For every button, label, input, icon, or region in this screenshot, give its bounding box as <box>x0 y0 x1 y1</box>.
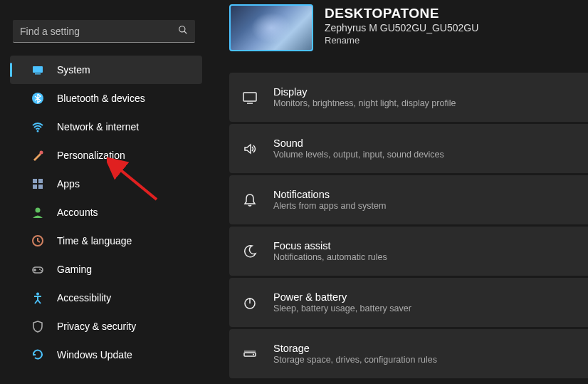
row-title: Power & battery <box>273 291 588 303</box>
device-name: DESKTOPATONE <box>325 6 478 21</box>
row-desc: Alerts from apps and system <box>273 201 588 211</box>
storage-icon <box>242 346 258 362</box>
svg-rect-10 <box>38 185 43 189</box>
nav-item-gaming[interactable]: Gaming <box>10 255 202 284</box>
row-title: Notifications <box>273 189 588 200</box>
svg-point-6 <box>40 151 43 155</box>
power-icon <box>242 295 258 311</box>
settings-row-display[interactable]: DisplayMonitors, brightness, night light… <box>229 73 588 122</box>
nav-label: Accounts <box>57 207 98 218</box>
svg-rect-9 <box>33 185 37 189</box>
bluetooth-icon <box>31 92 44 105</box>
apps-icon <box>31 177 44 190</box>
nav-item-privacy-security[interactable]: Privacy & security <box>10 312 202 341</box>
svg-rect-7 <box>33 179 37 183</box>
moon-icon <box>242 244 258 259</box>
main-panel: DESKTOPATONE Zephyrus M GU502GU_GU502GU … <box>229 4 588 384</box>
nav-label: Network & internet <box>57 121 139 133</box>
svg-point-16 <box>36 293 39 296</box>
settings-row-focus-assist[interactable]: Focus assistNotifications, automatic rul… <box>229 227 588 276</box>
search-box[interactable] <box>13 20 195 43</box>
settings-row-power-battery[interactable]: Power & batterySleep, battery usage, bat… <box>229 278 588 327</box>
nav-item-apps[interactable]: Apps <box>10 170 202 198</box>
rename-link[interactable]: Rename <box>325 35 478 46</box>
row-desc: Monitors, brightness, night light, displ… <box>273 98 588 108</box>
sidebar: SystemBluetooth & devicesNetwork & inter… <box>0 0 208 384</box>
wifi-icon <box>31 120 44 133</box>
row-title: Sound <box>273 137 588 149</box>
sound-icon <box>242 141 258 157</box>
row-text: StorageStorage space, drives, configurat… <box>273 343 588 365</box>
row-text: SoundVolume levels, output, input, sound… <box>273 137 588 160</box>
svg-point-15 <box>41 270 42 271</box>
nav-label: Time & language <box>57 235 132 247</box>
nav-label: Accessibility <box>57 292 111 303</box>
person-icon <box>31 206 44 219</box>
nav-label: Personalization <box>57 150 125 161</box>
row-title: Focus assist <box>273 240 588 251</box>
nav-label: Windows Update <box>57 349 132 360</box>
nav-item-accounts[interactable]: Accounts <box>10 198 202 227</box>
svg-rect-3 <box>35 73 41 75</box>
svg-point-0 <box>179 26 185 32</box>
search-input[interactable] <box>20 26 178 37</box>
row-title: Storage <box>273 343 588 354</box>
row-title: Display <box>273 86 588 98</box>
nav-list: SystemBluetooth & devicesNetwork & inter… <box>0 56 208 369</box>
clock-icon <box>31 234 44 247</box>
settings-row-notifications[interactable]: NotificationsAlerts from apps and system <box>229 175 588 224</box>
row-desc: Notifications, automatic rules <box>273 252 588 262</box>
settings-row-sound[interactable]: SoundVolume levels, output, input, sound… <box>229 124 588 173</box>
gamepad-icon <box>31 263 44 276</box>
nav-label: System <box>57 64 90 76</box>
svg-rect-2 <box>33 66 43 73</box>
display-icon <box>242 90 258 105</box>
device-thumbnail[interactable] <box>229 4 313 51</box>
row-text: DisplayMonitors, brightness, night light… <box>273 86 588 108</box>
row-text: Focus assistNotifications, automatic rul… <box>273 240 588 262</box>
nav-item-system[interactable]: System <box>10 56 202 84</box>
svg-rect-17 <box>243 93 256 101</box>
nav-item-network-internet[interactable]: Network & internet <box>10 113 202 141</box>
nav-item-accessibility[interactable]: Accessibility <box>10 284 202 312</box>
nav-label: Privacy & security <box>57 321 136 332</box>
settings-list: DisplayMonitors, brightness, night light… <box>229 73 588 378</box>
svg-line-1 <box>184 31 187 34</box>
nav-item-personalization[interactable]: Personalization <box>10 141 202 170</box>
settings-row-storage[interactable]: StorageStorage space, drives, configurat… <box>229 329 588 378</box>
search-icon <box>178 25 188 37</box>
nav-item-windows-update[interactable]: Windows Update <box>10 341 202 369</box>
brush-icon <box>31 149 44 162</box>
nav-item-time-language[interactable]: Time & language <box>10 227 202 255</box>
row-text: NotificationsAlerts from apps and system <box>273 189 588 211</box>
row-desc: Volume levels, output, input, sound devi… <box>273 150 588 160</box>
svg-point-14 <box>39 269 41 270</box>
row-text: Power & batterySleep, battery usage, bat… <box>273 291 588 313</box>
update-icon <box>31 348 44 361</box>
nav-label: Bluetooth & devices <box>57 93 145 104</box>
nav-label: Apps <box>57 178 80 190</box>
device-info: DESKTOPATONE Zephyrus M GU502GU_GU502GU … <box>325 4 478 46</box>
bell-icon <box>242 192 258 208</box>
shield-icon <box>31 320 44 333</box>
nav-item-bluetooth-devices[interactable]: Bluetooth & devices <box>10 84 202 113</box>
row-desc: Sleep, battery usage, battery saver <box>273 303 588 313</box>
svg-point-22 <box>253 353 254 355</box>
accessibility-icon <box>31 291 44 304</box>
system-icon <box>31 63 44 76</box>
device-model: Zephyrus M GU502GU_GU502GU <box>325 22 478 33</box>
svg-rect-8 <box>38 179 43 183</box>
row-desc: Storage space, drives, configuration rul… <box>273 355 588 365</box>
svg-point-11 <box>36 208 41 213</box>
nav-label: Gaming <box>57 264 92 275</box>
device-header: DESKTOPATONE Zephyrus M GU502GU_GU502GU … <box>229 4 588 51</box>
svg-point-5 <box>37 130 39 133</box>
